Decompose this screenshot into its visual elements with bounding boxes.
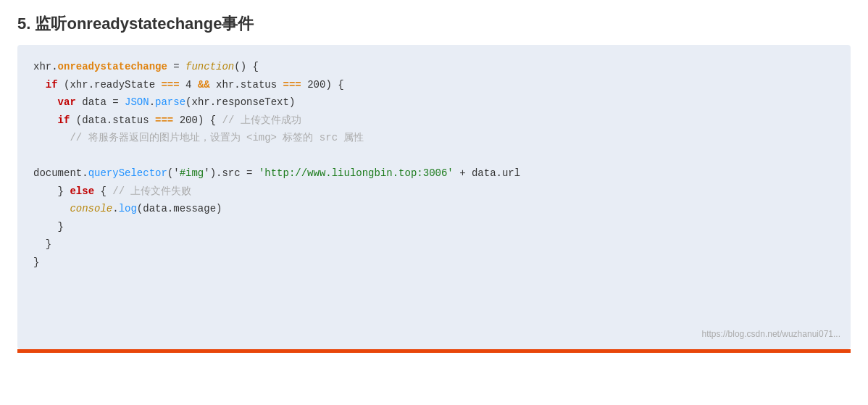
section-title: 5. 监听onreadystatechange事件	[17, 13, 851, 35]
code-line-11: }	[33, 235, 835, 254]
code-line-7: document.querySelector('#img').src = 'ht…	[33, 164, 835, 183]
code-line-1: xhr.onreadystatechange = function() {	[33, 58, 835, 76]
code-line-4: if (data.status === 200) { // 上传文件成功	[33, 112, 835, 130]
code-line-3: var data = JSON.parse(xhr.responseText)	[33, 93, 835, 112]
code-line-5: // 将服务器返回的图片地址，设置为 <img> 标签的 src 属性	[33, 129, 835, 147]
bottom-bar	[17, 349, 851, 353]
code-block: xhr.onreadystatechange = function() { if…	[17, 45, 851, 349]
code-line-8: } else { // 上传文件失败	[33, 183, 835, 201]
page-container: 5. 监听onreadystatechange事件 xhr.onreadysta…	[0, 0, 868, 353]
code-line-10: }	[33, 218, 835, 236]
code-line-9: console.log(data.message)	[33, 200, 835, 218]
code-line-2: if (xhr.readyState === 4 && xhr.status =…	[33, 76, 835, 94]
code-line-6	[33, 147, 835, 165]
code-line-12: }	[33, 254, 835, 272]
watermark: https://blog.csdn.net/wuzhanui071...	[702, 327, 840, 342]
